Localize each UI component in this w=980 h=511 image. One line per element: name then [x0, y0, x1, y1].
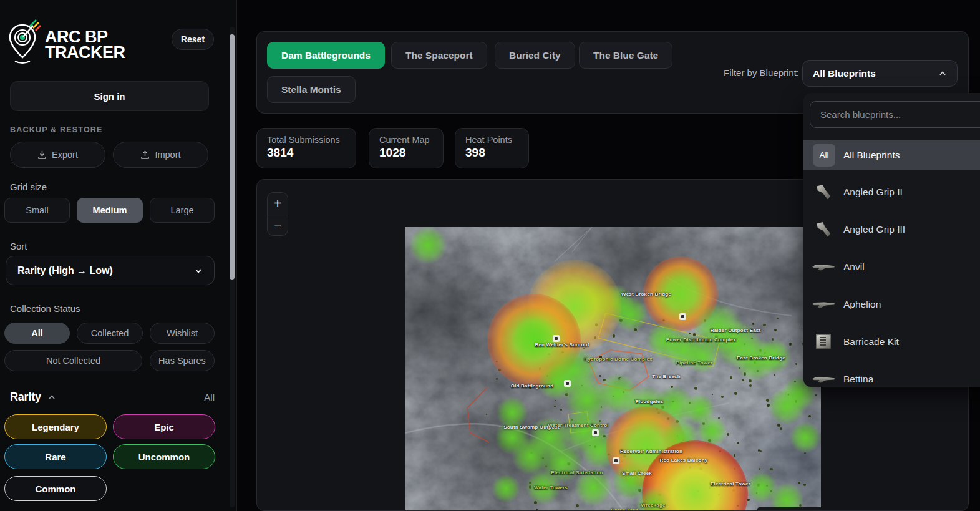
map-poi-label: Hydroponic Dome Complex: [584, 356, 653, 362]
map-poi-label: Water Towers: [534, 485, 568, 490]
blueprint-filter-value: All Blueprints: [813, 68, 876, 79]
rarity-common-button[interactable]: Common: [4, 476, 107, 501]
dropdown-item-bettina[interactable]: Bettina: [803, 361, 980, 387]
tree-dot: [780, 427, 782, 430]
status-wishlist[interactable]: Wishlist: [150, 323, 215, 344]
map-poi-label: Red Lakes Balcony: [660, 457, 708, 463]
rarity-heading: Rarity: [10, 391, 41, 404]
tree-dot: [763, 324, 765, 326]
tree-dot: [737, 442, 739, 444]
tab-stella-montis[interactable]: Stella Montis: [267, 76, 356, 103]
dropdown-item-label: Anvil: [843, 261, 865, 273]
stat-label: Total Submissions: [267, 135, 346, 145]
tab-buried-city[interactable]: Buried City: [495, 42, 575, 69]
status-not-collected[interactable]: Not Collected: [4, 350, 142, 371]
zoom-in-button[interactable]: +: [268, 193, 288, 215]
tree-dot: [789, 343, 792, 346]
tree-dot: [742, 379, 744, 381]
chevron-down-icon: [194, 266, 203, 275]
map-poi-label: East Broken Bridge: [737, 355, 785, 361]
stat-heat-points: Heat Points 398: [455, 128, 529, 168]
map-poi-label: Small Creek: [622, 470, 652, 476]
tab-dam-battlegrounds[interactable]: Dam Battlegrounds: [267, 42, 385, 69]
map-marker-icon: [564, 380, 571, 387]
map-marker-icon: [592, 429, 599, 436]
heat-blob: [512, 316, 556, 359]
sidebar-scrollbar-thumb[interactable]: [230, 34, 235, 280]
rarity-legendary-button[interactable]: Legendary: [4, 414, 107, 439]
stat-current-map: Current Map 1028: [369, 128, 444, 168]
dropdown-item-angled-grip-ii[interactable]: Angled Grip II: [803, 173, 980, 211]
heat-blob: [492, 475, 520, 503]
rarity-epic-button[interactable]: Epic: [113, 414, 215, 439]
blueprint-item-icon: [811, 182, 836, 202]
dropdown-item-aphelion[interactable]: Aphelion: [803, 286, 980, 323]
map-marker-icon: [679, 313, 686, 320]
rarity-rare-button[interactable]: Rare: [4, 444, 107, 469]
tree-dot: [777, 424, 780, 427]
backup-restore-heading: BACKUP & RESTORE: [10, 125, 103, 134]
map-poi-label: Scrap Yard: [611, 507, 638, 511]
stat-total-submissions: Total Submissions 3814: [256, 128, 356, 168]
map-poi-label: Wreckage: [641, 502, 665, 508]
map-poi-label: Reservoir Administration: [620, 449, 682, 454]
dropdown-item-label: Barricade Kit: [843, 336, 899, 348]
grid-size-small[interactable]: Small: [4, 198, 70, 223]
blueprint-filter-dropdown-button[interactable]: All Blueprints: [802, 60, 958, 87]
dropdown-item-anvil[interactable]: Anvil: [803, 248, 980, 286]
collection-status-label: Collection Status: [10, 303, 80, 314]
grid-size-large[interactable]: Large: [150, 198, 215, 223]
reset-button[interactable]: Reset: [172, 29, 214, 50]
map-poi-label: Old Battleground: [511, 383, 554, 389]
dam-battlegrounds-heatmap[interactable]: West Broken BridgeRaider Outpost EastEas…: [405, 227, 821, 511]
map-poi-label: Electrical Substation: [551, 470, 603, 475]
tree-dot: [486, 414, 487, 415]
sort-select[interactable]: Rarity (High → Low): [6, 256, 215, 285]
export-button[interactable]: Export: [10, 142, 105, 168]
dropdown-item-angled-grip-iii[interactable]: Angled Grip III: [803, 211, 980, 248]
tree-dot: [777, 318, 779, 319]
grid-size-medium[interactable]: Medium: [77, 198, 143, 223]
map-poi-label: Ben Welder's Sunroof: [535, 342, 589, 348]
heat-blob: [790, 422, 821, 453]
status-collected[interactable]: Collected: [77, 323, 143, 344]
tree-dot: [749, 384, 752, 387]
export-label: Export: [52, 150, 78, 160]
stat-label: Heat Points: [465, 135, 518, 145]
chevron-up-icon[interactable]: [47, 393, 56, 402]
map-marker-icon: [613, 457, 619, 464]
sort-label: Sort: [10, 241, 27, 251]
map-poi-label: Water Treatment Control: [548, 422, 609, 428]
tree-dot: [721, 396, 724, 398]
dropdown-item-all-blueprints[interactable]: All All Blueprints: [803, 140, 980, 170]
rarity-all-label[interactable]: All: [204, 392, 215, 402]
tree-dot: [496, 378, 498, 380]
sort-value: Rarity (High → Low): [17, 265, 113, 276]
dropdown-item-label: Bettina: [843, 374, 873, 385]
tree-dot: [536, 509, 538, 510]
blueprint-item-icon: [811, 220, 836, 240]
blueprint-item-icon: [811, 294, 836, 314]
import-button[interactable]: Import: [113, 142, 208, 168]
map-poi-label: West Broken Bridge: [621, 291, 671, 297]
status-all[interactable]: All: [4, 323, 70, 344]
download-icon: [37, 150, 47, 160]
zoom-out-button[interactable]: −: [268, 215, 288, 236]
tab-the-spaceport[interactable]: The Spaceport: [391, 42, 487, 69]
map-poi-label: Raider Outpost East: [711, 328, 761, 333]
stat-value: 398: [465, 146, 518, 160]
status-has-spares[interactable]: Has Spares: [150, 350, 215, 371]
tree-dot: [798, 482, 800, 484]
map-marker-icon: [553, 335, 560, 342]
dropdown-item-barricade-kit[interactable]: Barricade Kit: [803, 323, 980, 361]
map-attribution-box: [757, 507, 821, 511]
tab-the-blue-gate[interactable]: The Blue Gate: [579, 42, 672, 69]
map-poi-label: The Breach: [652, 374, 681, 379]
sign-in-button[interactable]: Sign in: [10, 81, 209, 111]
rarity-uncommon-button[interactable]: Uncommon: [113, 444, 215, 469]
tree-dot: [734, 454, 736, 457]
blueprint-search-input[interactable]: [810, 101, 980, 128]
heat-blob: [686, 339, 720, 374]
stat-value: 3814: [267, 146, 346, 160]
app-logo: ARC BP TRACKER: [6, 19, 125, 71]
